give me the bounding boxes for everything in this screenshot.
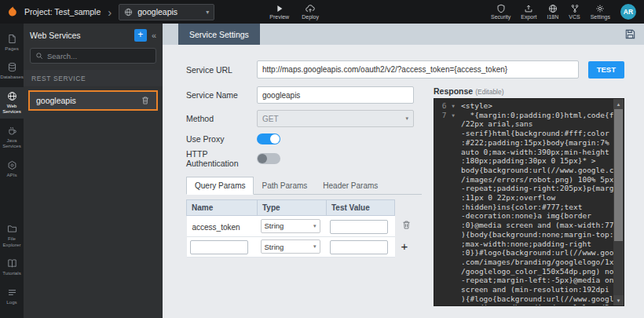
editor-code-content[interactable]: <style> *{margin:0;padding:0}html,code{f… bbox=[458, 99, 624, 305]
tab-header-params[interactable]: Header Params bbox=[315, 177, 386, 194]
deploy-icon bbox=[306, 4, 315, 13]
response-section: Response(Editable) 6 ▾ 7 ▾ <style> *{mar… bbox=[434, 86, 624, 306]
http-auth-label: HTTP Authentication bbox=[186, 149, 257, 168]
table-row: String ▾ + bbox=[187, 236, 415, 258]
toggle-knob bbox=[258, 154, 267, 163]
chevron-down-icon: ▾ bbox=[401, 115, 408, 122]
breadcrumb-chevron-icon: › bbox=[108, 6, 112, 18]
test-button[interactable]: TEST bbox=[588, 61, 624, 79]
export-icon bbox=[524, 4, 533, 13]
service-list-item-googleapis[interactable]: googleapis bbox=[28, 90, 158, 111]
i18n-button[interactable]: I18N bbox=[547, 4, 559, 20]
user-avatar[interactable]: AR bbox=[620, 4, 636, 20]
response-code-editor[interactable]: 6 ▾ 7 ▾ <style> *{margin:0;padding:0}htm… bbox=[434, 98, 624, 306]
rest-service-section-label: REST SERVICE bbox=[24, 70, 163, 86]
tab-query-params[interactable]: Query Params bbox=[186, 177, 254, 195]
search-icon bbox=[35, 52, 43, 60]
service-selector-dropdown[interactable]: googleapis ▾ bbox=[119, 4, 214, 20]
selected-service: googleapis bbox=[137, 7, 201, 16]
service-settings-form: Service Name Method GET ▾ Use Proxy bbox=[186, 86, 422, 306]
pages-icon bbox=[7, 34, 17, 44]
save-icon[interactable] bbox=[624, 28, 636, 40]
tutorials-icon bbox=[7, 258, 17, 269]
toggle-knob bbox=[270, 134, 280, 144]
deploy-button[interactable]: Deploy bbox=[302, 4, 319, 20]
test-value-input[interactable] bbox=[330, 240, 388, 254]
branch-icon bbox=[570, 4, 580, 13]
param-type-select[interactable]: String ▾ bbox=[261, 219, 320, 233]
response-editable-label: (Editable) bbox=[475, 88, 503, 96]
sidebar-item-java-services[interactable]: Java Services bbox=[0, 122, 24, 153]
topbar: Project: Test_sample › googleapis ▾ Prev… bbox=[0, 0, 644, 24]
add-service-button[interactable]: + bbox=[134, 29, 147, 42]
preview-button[interactable]: Preview bbox=[269, 4, 289, 20]
shield-icon bbox=[496, 4, 506, 13]
scroll-up-icon[interactable]: ▲ bbox=[613, 99, 624, 109]
globe-icon bbox=[548, 4, 558, 13]
chevron-down-icon: ▾ bbox=[309, 243, 317, 250]
delete-row-icon[interactable] bbox=[401, 220, 412, 230]
param-name-value[interactable]: access_token bbox=[190, 223, 240, 232]
service-url-label: Service URL bbox=[186, 65, 257, 75]
file-explorer-icon bbox=[7, 224, 17, 234]
export-button[interactable]: Export bbox=[521, 4, 536, 20]
play-icon bbox=[275, 4, 284, 13]
service-url-input[interactable] bbox=[257, 60, 579, 79]
use-proxy-toggle[interactable] bbox=[257, 133, 280, 144]
delete-service-icon[interactable] bbox=[141, 96, 150, 105]
scrollbar-thumb[interactable] bbox=[614, 109, 623, 241]
editor-line-numbers: 6 ▾ 7 ▾ bbox=[434, 99, 458, 305]
sidebar-item-databases[interactable]: Databases bbox=[0, 58, 24, 83]
api-icon bbox=[7, 160, 17, 170]
web-services-panel: Web Services + « REST SERVICE googleapis bbox=[24, 24, 163, 318]
sidebar-item-web-services[interactable]: Web Services bbox=[0, 87, 24, 119]
chevron-down-icon: ▾ bbox=[206, 9, 209, 16]
service-name-label: Service Name bbox=[186, 90, 257, 100]
java-services-icon bbox=[7, 126, 17, 136]
response-label: Response bbox=[434, 86, 473, 96]
tab-service-settings[interactable]: Service Settings bbox=[178, 24, 260, 45]
tab-path-params[interactable]: Path Params bbox=[254, 177, 315, 194]
table-row: access_token String ▾ bbox=[187, 216, 415, 237]
sidebar-item-tutorials[interactable]: Tutorials bbox=[0, 254, 24, 280]
http-authentication-toggle[interactable] bbox=[257, 153, 280, 164]
method-label: Method bbox=[186, 114, 257, 123]
service-name-input[interactable] bbox=[257, 86, 414, 104]
use-proxy-label: Use Proxy bbox=[186, 134, 257, 144]
database-icon bbox=[7, 62, 17, 72]
sidebar-item-apis[interactable]: APIs bbox=[0, 156, 24, 181]
service-name-label: googleapis bbox=[36, 96, 76, 105]
editor-scrollbar[interactable]: ▲ ▼ bbox=[613, 99, 624, 305]
tabstrip: Service Settings bbox=[163, 24, 644, 45]
column-header-test-value: Test Value bbox=[327, 200, 395, 216]
param-tabs: Query Params Path Params Header Params bbox=[186, 176, 422, 195]
scroll-down-icon[interactable]: ▼ bbox=[613, 295, 624, 305]
vcs-button[interactable]: VCS bbox=[569, 4, 580, 20]
column-header-actions bbox=[395, 200, 415, 216]
security-button[interactable]: Security bbox=[491, 4, 510, 20]
project-name: Project: Test_sample bbox=[24, 7, 101, 16]
app-window: Project: Test_sample › googleapis ▾ Prev… bbox=[0, 0, 644, 318]
search-input[interactable] bbox=[47, 52, 151, 60]
app-logo-icon bbox=[6, 5, 19, 18]
gear-icon bbox=[595, 4, 605, 13]
column-header-type: Type bbox=[258, 200, 327, 216]
logs-icon bbox=[7, 287, 17, 298]
chevron-down-icon: ▾ bbox=[309, 223, 317, 229]
settings-button[interactable]: Settings bbox=[591, 4, 610, 20]
sidebar-item-pages[interactable]: Pages bbox=[0, 30, 24, 55]
sidebar-item-file-explorer[interactable]: File Explorer bbox=[0, 220, 24, 251]
param-type-select[interactable]: String ▾ bbox=[261, 239, 320, 254]
query-params-table: Name Type Test Value access_token bbox=[186, 199, 415, 258]
globe-icon bbox=[124, 8, 133, 16]
column-header-name: Name bbox=[187, 200, 258, 216]
test-value-input[interactable] bbox=[330, 220, 388, 234]
add-row-button[interactable]: + bbox=[401, 239, 408, 253]
collapse-panel-icon[interactable]: « bbox=[152, 31, 156, 40]
panel-title: Web Services bbox=[30, 31, 130, 40]
method-select[interactable]: GET ▾ bbox=[257, 110, 414, 127]
web-services-icon bbox=[7, 91, 17, 101]
main-area: Service Settings Service URL TEST Servi bbox=[163, 24, 644, 318]
sidebar-item-logs[interactable]: Logs bbox=[0, 283, 24, 309]
param-name-input[interactable] bbox=[190, 240, 248, 254]
